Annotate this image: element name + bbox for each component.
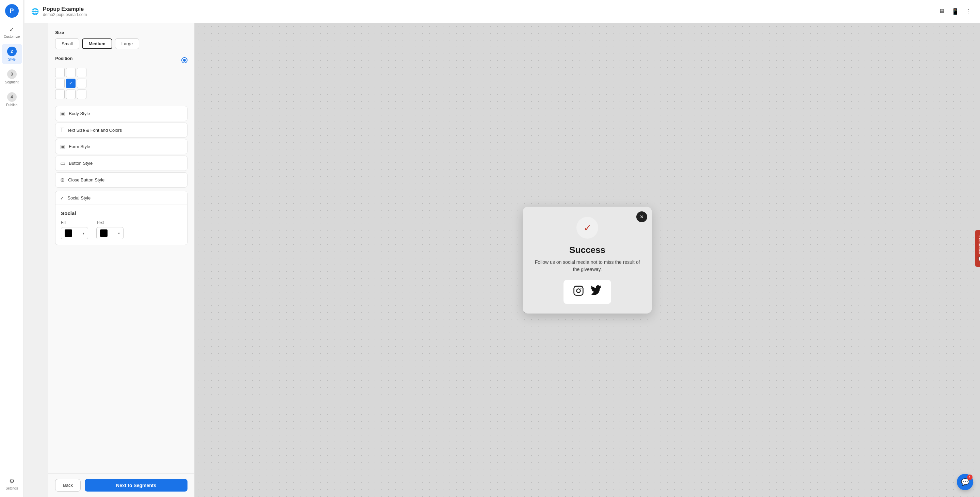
nav-step-publish: 4 <box>7 92 17 102</box>
nav-item-settings[interactable]: ⚙ Settings <box>2 475 22 493</box>
fill-label: Fill <box>61 220 88 225</box>
nav-label-publish: Publish <box>6 103 18 107</box>
text-color-picker[interactable]: ▾ <box>96 227 124 239</box>
color-row: Fill ▾ Text ▾ <box>61 220 182 239</box>
pos-bot-center[interactable] <box>66 89 76 99</box>
size-large-button[interactable]: Large <box>115 38 139 49</box>
pos-bot-right[interactable] <box>77 89 86 99</box>
nav-item-style[interactable]: 2 Style <box>2 44 22 64</box>
menu-body-style[interactable]: ▣ Body Style <box>55 106 188 121</box>
feedback-label: Feedback <box>978 236 980 254</box>
position-dot <box>181 57 188 63</box>
social-style-label: Social Style <box>67 195 91 201</box>
pos-mid-center[interactable] <box>66 79 76 88</box>
check-icon: ✓ <box>9 26 14 33</box>
nav-label-settings: Settings <box>6 486 18 490</box>
pos-mid-left[interactable] <box>55 79 65 88</box>
menu-button-style-label: Button Style <box>69 161 92 166</box>
social-style-panel: ⤢ Social Style Social Fill ▾ <box>55 191 188 245</box>
popup-description: Follow us on social media not to miss th… <box>532 259 643 273</box>
position-grid <box>55 68 188 99</box>
menu-text-size-label: Text Size & Font and Colors <box>67 127 122 133</box>
text-label: Text <box>96 220 124 225</box>
position-title: Position <box>55 56 73 61</box>
popup-close-button[interactable]: ✕ <box>636 211 647 222</box>
size-small-button[interactable]: Small <box>55 38 79 49</box>
panel-scroll: Size Small Medium Large Position <box>48 23 194 473</box>
app-subtitle: demo2.popupsmart.com <box>43 12 933 17</box>
left-panel: Size Small Medium Large Position <box>48 23 195 497</box>
social-style-header[interactable]: ⤢ Social Style <box>56 191 187 205</box>
pos-mid-right[interactable] <box>77 79 86 88</box>
more-options-icon[interactable]: ⋮ <box>964 6 973 17</box>
form-style-icon: ▣ <box>60 143 65 150</box>
main-content: Size Small Medium Large Position <box>48 23 980 497</box>
popup-check-circle: ✓ <box>576 217 598 239</box>
popup-title: Success <box>569 245 605 255</box>
success-check-icon: ✓ <box>584 222 592 234</box>
nav-item-segment[interactable]: 3 Segment <box>2 67 22 87</box>
topbar-title: Popup Example demo2.popupsmart.com <box>43 6 933 17</box>
fill-color-arrow: ▾ <box>83 231 84 235</box>
social-style-body: Social Fill ▾ Text <box>56 205 187 245</box>
text-color-arrow: ▾ <box>118 231 120 235</box>
fill-color-swatch <box>65 229 72 237</box>
twitter-icon[interactable] <box>591 285 601 298</box>
menu-form-style-label: Form Style <box>69 144 90 149</box>
close-button-style-icon: ⊗ <box>60 177 65 183</box>
globe-icon: 🌐 <box>31 8 39 15</box>
popup-preview: ✕ ✓ Success Follow us on social media no… <box>523 207 652 314</box>
social-style-icon: ⤢ <box>60 195 64 201</box>
size-medium-button[interactable]: Medium <box>82 38 112 49</box>
svg-point-1 <box>577 289 581 293</box>
position-header: Position <box>55 56 188 64</box>
popup-social-box <box>563 280 611 304</box>
chat-button[interactable]: 💬 1 <box>957 474 973 490</box>
menu-form-style[interactable]: ▣ Form Style <box>55 139 188 154</box>
social-section-title: Social <box>61 210 182 216</box>
nav-label-segment: Segment <box>5 80 19 84</box>
menu-close-button-style-label: Close Button Style <box>68 177 105 182</box>
next-to-segments-button[interactable]: Next to Segments <box>85 479 188 492</box>
app-logo: P <box>5 4 19 18</box>
mobile-icon[interactable]: 📱 <box>950 6 960 17</box>
nav-step-style: 2 <box>7 47 17 56</box>
button-style-icon: ▭ <box>60 160 65 166</box>
menu-button-style[interactable]: ▭ Button Style <box>55 156 188 171</box>
menu-body-style-label: Body Style <box>69 111 90 116</box>
nav-item-customize[interactable]: ✓ Customize <box>2 23 22 41</box>
nav-step-segment: 3 <box>7 69 17 79</box>
pos-top-center[interactable] <box>66 68 76 77</box>
close-x-icon: ✕ <box>640 214 644 220</box>
menu-text-size[interactable]: T Text Size & Font and Colors <box>55 123 188 137</box>
pos-top-right[interactable] <box>77 68 86 77</box>
topbar: 🌐 Popup Example demo2.popupsmart.com 🖥 📱… <box>24 0 980 23</box>
panel-footer: Back Next to Segments <box>48 473 194 497</box>
size-buttons: Small Medium Large <box>55 38 188 49</box>
position-section: Position <box>55 56 188 99</box>
style-menu: ▣ Body Style T Text Size & Font and Colo… <box>55 106 188 188</box>
svg-rect-0 <box>574 286 583 295</box>
fill-color-picker[interactable]: ▾ <box>61 227 88 239</box>
text-size-icon: T <box>60 127 64 133</box>
desktop-icon[interactable]: 🖥 <box>937 6 946 16</box>
nav-sidebar: P ✓ Customize 2 Style 3 Segment 4 Publis… <box>0 0 24 497</box>
pos-top-left[interactable] <box>55 68 65 77</box>
body-style-icon: ▣ <box>60 110 65 117</box>
nav-label-style: Style <box>8 57 15 61</box>
back-button[interactable]: Back <box>55 479 81 492</box>
fill-color-group: Fill ▾ <box>61 220 88 239</box>
text-color-group: Text ▾ <box>96 220 124 239</box>
menu-close-button-style[interactable]: ⊗ Close Button Style <box>55 172 188 188</box>
feedback-tab[interactable]: Feedback 💬 <box>975 230 980 267</box>
app-title: Popup Example <box>43 6 933 12</box>
chat-badge: 1 <box>967 475 972 480</box>
gear-icon: ⚙ <box>9 478 14 485</box>
instagram-icon[interactable] <box>573 285 584 298</box>
nav-item-publish[interactable]: 4 Publish <box>2 89 22 110</box>
size-title: Size <box>55 30 188 35</box>
topbar-actions: 🖥 📱 ⋮ <box>937 6 973 17</box>
feedback-icon: 💬 <box>978 256 980 261</box>
preview-area: ✕ ✓ Success Follow us on social media no… <box>195 23 980 497</box>
pos-bot-left[interactable] <box>55 89 65 99</box>
